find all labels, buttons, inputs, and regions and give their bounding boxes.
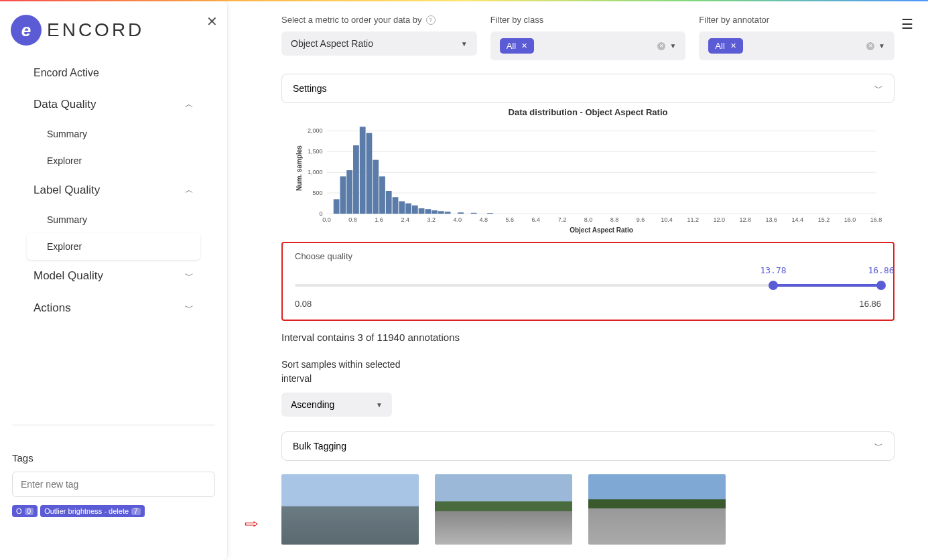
sample-thumbnails (281, 474, 894, 545)
filter-pill[interactable]: All ✕ (500, 38, 534, 54)
sidebar-item-lq-explorer[interactable]: Explorer (27, 233, 200, 260)
svg-text:1.6: 1.6 (375, 216, 383, 223)
clear-icon[interactable]: ✕ (866, 42, 874, 50)
svg-text:1,500: 1,500 (308, 148, 323, 155)
annotator-filter-dropdown[interactable]: All ✕ ✕ ▼ (699, 31, 894, 60)
class-filter-dropdown[interactable]: All ✕ ✕ ▼ (490, 31, 686, 60)
logo-icon: e (11, 15, 42, 46)
slider-min: 0.08 (295, 299, 312, 309)
distribution-chart: Data distribution - Object Aspect Ratio … (281, 107, 894, 236)
svg-text:16.8: 16.8 (870, 216, 882, 223)
slider-max: 16.86 (859, 299, 881, 309)
svg-rect-41 (393, 197, 399, 214)
slider-thumb-high[interactable] (876, 281, 886, 290)
sort-dropdown[interactable]: Ascending ▼ (281, 393, 392, 417)
interval-count-text: Interval contains 3 of 11940 annotations (281, 332, 894, 343)
filter-pill[interactable]: All ✕ (708, 38, 742, 54)
close-icon[interactable]: ✕ (206, 13, 218, 29)
chevron-down-icon: ﹀ (874, 82, 883, 94)
svg-rect-37 (367, 133, 373, 214)
sidebar-item-lq-summary[interactable]: Summary (27, 206, 200, 233)
svg-text:10.4: 10.4 (661, 216, 673, 223)
svg-text:16.0: 16.0 (844, 216, 856, 223)
chart-svg: 05001,0001,5002,0000.00.81.62.43.24.04.8… (281, 120, 894, 234)
sidebar-item-dq-explorer[interactable]: Explorer (27, 147, 200, 174)
svg-rect-46 (425, 209, 431, 214)
svg-rect-49 (445, 212, 451, 214)
remove-icon[interactable]: ✕ (521, 42, 527, 50)
svg-rect-43 (405, 204, 411, 214)
svg-rect-52 (487, 213, 493, 214)
svg-text:3.2: 3.2 (427, 216, 436, 223)
metric-dropdown[interactable]: Object Aspect Ratio ▼ (281, 31, 477, 56)
sidebar-item-encord-active[interactable]: Encord Active (27, 58, 200, 88)
svg-text:8.8: 8.8 (610, 216, 619, 223)
sidebar-section-actions[interactable]: Actions ﹀ (27, 292, 200, 324)
metric-label: Select a metric to order your data by ? (281, 15, 477, 25)
logo[interactable]: e ENCORD (7, 9, 220, 58)
svg-text:1,000: 1,000 (308, 169, 323, 176)
chevron-down-icon: ﹀ (874, 440, 883, 452)
svg-rect-45 (419, 208, 425, 214)
slider-thumb-low[interactable] (769, 281, 778, 290)
settings-expander[interactable]: Settings ﹀ (281, 74, 894, 103)
sort-label: Sort samples within selected interval (281, 358, 402, 386)
svg-rect-47 (432, 210, 438, 214)
remove-icon[interactable]: ✕ (730, 42, 736, 50)
caret-down-icon: ▼ (669, 42, 676, 50)
chart-title: Data distribution - Object Aspect Ratio (281, 107, 894, 117)
svg-rect-36 (360, 127, 366, 214)
tags-section: Tags O 0 Outlier brightness - delete 7 (7, 425, 220, 517)
sample-thumbnail[interactable] (588, 474, 726, 545)
svg-text:12.8: 12.8 (739, 216, 751, 223)
tag-badge[interactable]: O 0 (12, 505, 38, 517)
svg-text:12.0: 12.0 (713, 216, 725, 223)
svg-rect-34 (346, 170, 352, 214)
svg-text:11.2: 11.2 (687, 216, 699, 223)
clear-icon[interactable]: ✕ (657, 42, 665, 50)
sidebar-section-label-quality[interactable]: Label Quality ︿ (27, 174, 200, 206)
svg-text:Num. samples: Num. samples (295, 145, 303, 191)
svg-text:14.4: 14.4 (792, 216, 804, 223)
bulk-tagging-expander[interactable]: Bulk Tagging ﹀ (281, 431, 894, 461)
sidebar-section-data-quality[interactable]: Data Quality ︿ (27, 88, 200, 121)
svg-text:13.6: 13.6 (766, 216, 778, 223)
sidebar-section-model-quality[interactable]: Model Quality ﹀ (27, 260, 200, 292)
chevron-down-icon: ﹀ (185, 270, 194, 282)
chevron-up-icon: ︿ (185, 184, 194, 196)
svg-text:9.6: 9.6 (637, 216, 645, 223)
menu-icon[interactable]: ☰ (901, 16, 913, 32)
svg-text:8.0: 8.0 (584, 216, 593, 223)
annotation-arrow-icon: ⇨ (245, 516, 259, 531)
svg-text:0.8: 0.8 (348, 216, 357, 223)
caret-down-icon: ▼ (376, 401, 383, 409)
sidebar: ✕ e ENCORD Encord Active Data Quality ︿ … (0, 1, 228, 560)
tag-input[interactable] (12, 472, 215, 497)
caret-down-icon: ▼ (878, 42, 885, 50)
quality-slider[interactable]: 13.78 16.86 (295, 275, 881, 293)
nav: Encord Active Data Quality ︿ Summary Exp… (7, 58, 220, 324)
svg-rect-33 (340, 176, 346, 214)
help-icon[interactable]: ? (426, 15, 436, 25)
svg-text:5.6: 5.6 (506, 216, 515, 223)
svg-rect-35 (353, 145, 359, 214)
svg-text:500: 500 (312, 190, 322, 196)
quality-slider-box: Choose quality 13.78 16.86 0.08 16.86 (281, 242, 894, 321)
svg-rect-38 (373, 160, 379, 214)
svg-text:0.0: 0.0 (322, 216, 331, 223)
svg-text:4.8: 4.8 (480, 216, 488, 223)
svg-text:Object Aspect Ratio: Object Aspect Ratio (570, 226, 633, 234)
svg-text:4.0: 4.0 (453, 216, 462, 223)
svg-rect-44 (412, 206, 418, 214)
sample-thumbnail[interactable] (435, 474, 572, 545)
tag-badge[interactable]: Outlier brightness - delete 7 (40, 505, 145, 517)
svg-rect-51 (471, 213, 477, 214)
class-filter-label: Filter by class (490, 15, 686, 25)
sample-thumbnail[interactable] (281, 474, 419, 545)
svg-rect-39 (379, 176, 385, 214)
tags-title: Tags (12, 452, 215, 464)
svg-text:2,000: 2,000 (308, 127, 323, 134)
svg-rect-50 (458, 212, 464, 214)
sidebar-item-dq-summary[interactable]: Summary (27, 121, 200, 147)
svg-rect-32 (334, 199, 340, 214)
